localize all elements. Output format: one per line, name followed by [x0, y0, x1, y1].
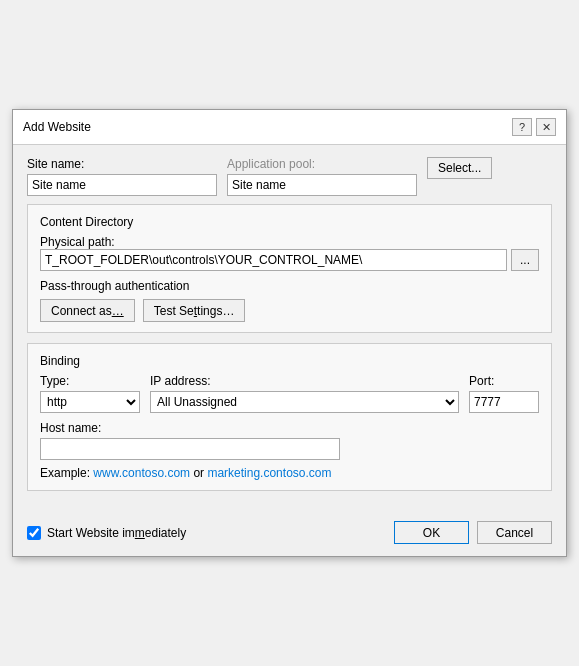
title-bar-controls: ? ✕ [512, 118, 556, 136]
content-directory-title: Content Directory [40, 215, 539, 229]
dialog-body: Site name: Application pool: Select... C… [13, 145, 566, 513]
auth-button-row: Connect as… Test Settings… [40, 299, 539, 322]
site-name-app-pool-row: Site name: Application pool: Select... [27, 157, 552, 196]
example-link-2[interactable]: marketing.contoso.com [207, 466, 331, 480]
example-prefix: Example: [40, 466, 93, 480]
close-button[interactable]: ✕ [536, 118, 556, 136]
help-button[interactable]: ? [512, 118, 532, 136]
ip-group: IP address: All Unassigned [150, 374, 459, 413]
hostname-label: Host name: [40, 421, 539, 435]
hostname-group: Host name: [40, 421, 539, 460]
browse-button[interactable]: ... [511, 249, 539, 271]
test-settings-label: Test Settings… [154, 304, 235, 318]
add-website-dialog: Add Website ? ✕ Site name: Application p… [12, 109, 567, 557]
site-name-group: Site name: [27, 157, 217, 196]
content-directory-section: Content Directory Physical path: ... Pas… [27, 204, 552, 333]
physical-path-input[interactable] [40, 249, 507, 271]
site-name-label: Site name: [27, 157, 217, 171]
start-website-checkbox[interactable] [27, 526, 41, 540]
example-text: Example: www.contoso.com or marketing.co… [40, 466, 539, 480]
app-pool-group: Application pool: [227, 157, 417, 196]
type-group: Type: http https [40, 374, 140, 413]
start-website-label: Start Website immediately [47, 526, 186, 540]
type-label: Type: [40, 374, 140, 388]
ip-select[interactable]: All Unassigned [150, 391, 459, 413]
app-pool-label: Application pool: [227, 157, 417, 171]
port-input[interactable] [469, 391, 539, 413]
title-bar: Add Website ? ✕ [13, 110, 566, 145]
ip-label: IP address: [150, 374, 459, 388]
type-select[interactable]: http https [40, 391, 140, 413]
binding-fields-row: Type: http https IP address: All Unassig… [40, 374, 539, 413]
dialog-title: Add Website [23, 120, 91, 134]
dialog-footer: Start Website immediately OK Cancel [13, 513, 566, 556]
hostname-input[interactable] [40, 438, 340, 460]
cancel-button[interactable]: Cancel [477, 521, 552, 544]
port-label: Port: [469, 374, 539, 388]
physical-path-label: Physical path: [40, 235, 115, 249]
test-settings-button[interactable]: Test Settings… [143, 299, 246, 322]
connect-as-button[interactable]: Connect as… [40, 299, 135, 322]
pass-through-label: Pass-through authentication [40, 279, 539, 293]
start-website-row: Start Website immediately [27, 526, 386, 540]
example-link-1[interactable]: www.contoso.com [93, 466, 190, 480]
app-pool-input[interactable] [227, 174, 417, 196]
port-group: Port: [469, 374, 539, 413]
physical-path-row: ... [40, 249, 539, 271]
select-btn-wrapper: Select... [427, 157, 492, 179]
connect-as-label: Connect as… [51, 304, 124, 318]
binding-title: Binding [40, 354, 539, 368]
select-button[interactable]: Select... [427, 157, 492, 179]
site-name-input[interactable] [27, 174, 217, 196]
binding-section: Binding Type: http https IP address: All… [27, 343, 552, 491]
example-or: or [193, 466, 207, 480]
ok-button[interactable]: OK [394, 521, 469, 544]
